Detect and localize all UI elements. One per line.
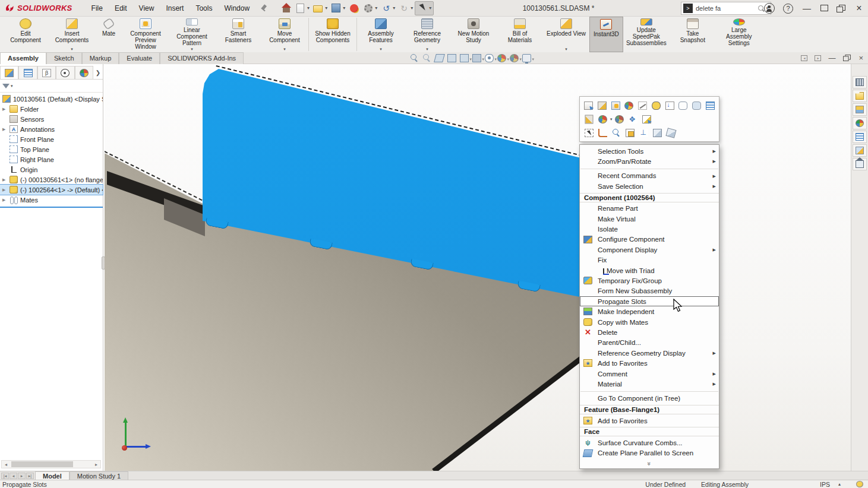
hide-show-items-icon[interactable]: ▾ <box>485 54 494 62</box>
new-document-button[interactable]: ▾ <box>293 1 311 15</box>
copy-appearance-button[interactable] <box>613 113 626 125</box>
isolate-button[interactable] <box>623 126 636 139</box>
save-button[interactable]: ▾ <box>329 1 347 15</box>
menu-make-independent[interactable]: Make Independent <box>580 306 719 316</box>
menu-parent-child[interactable]: Parent/Child... <box>580 338 719 348</box>
units-selector[interactable]: IPS <box>820 481 838 488</box>
previous-view-icon[interactable] <box>434 54 445 62</box>
menu-selection-tools[interactable]: Selection Tools▶ <box>580 146 719 156</box>
ribbon-exploded-view[interactable]: Exploded View▾ <box>543 17 589 52</box>
expand-arrow-icon[interactable]: ▶ <box>2 127 10 132</box>
ribbon-insert-components[interactable]: Insert Components▾ <box>49 17 95 52</box>
menu-component-display[interactable]: Component Display▶ <box>580 245 719 255</box>
menu-edit[interactable]: Edit <box>109 1 133 15</box>
menu-move-with-triad[interactable]: Move with Triad <box>580 265 719 275</box>
menu-expand-button[interactable]: » <box>580 458 719 467</box>
first-tab-icon[interactable]: |◂ <box>1 473 9 479</box>
tree-item-part-1002564[interactable]: ▶(-) 1002564<1> -> (Default) <<De <box>0 185 103 195</box>
options-button[interactable]: ▾ <box>361 1 379 15</box>
menu-tools[interactable]: Tools <box>190 1 218 15</box>
expand-arrow-icon[interactable]: ▶ <box>2 107 10 112</box>
home-button[interactable] <box>279 1 293 15</box>
solidworks-resources-button[interactable] <box>853 76 867 88</box>
panel-split-bar[interactable] <box>0 207 103 208</box>
tab-markup[interactable]: Markup <box>82 52 119 64</box>
scroll-right-icon[interactable]: ▸ <box>92 462 100 467</box>
tree-item-folder[interactable]: ▶Folder <box>0 104 103 114</box>
edit-mates-button[interactable] <box>690 99 703 112</box>
menu-window[interactable]: Window <box>218 1 255 15</box>
tab-dimxpertmanager[interactable] <box>56 66 74 79</box>
dropdown-icon[interactable]: ▾ <box>49 46 95 52</box>
tree-item-part-000130561[interactable]: ▶(-) 000130561<1> (no flange) <Di <box>0 175 103 185</box>
manager-expand-icon[interactable]: ❯ <box>93 66 103 79</box>
prev-tab-icon[interactable]: ◂ <box>10 473 17 479</box>
ribbon-new-motion-study[interactable]: New Motion Study <box>450 17 497 52</box>
display-state-button[interactable] <box>651 126 664 139</box>
apply-scene-icon[interactable]: ▾ <box>510 54 519 62</box>
next-tab-icon[interactable]: ▸ <box>18 473 26 479</box>
dropdown-icon[interactable]: ▾ <box>169 46 215 52</box>
tab-featuremanager[interactable] <box>0 66 18 79</box>
mate-button[interactable] <box>677 99 690 112</box>
tag-icon[interactable] <box>856 481 863 487</box>
dropdown-icon[interactable]: ▾ <box>261 46 308 52</box>
tab-evaluate[interactable]: Evaluate <box>119 52 160 64</box>
zoom-to-area-icon[interactable] <box>422 54 431 62</box>
ribbon-instant3d[interactable]: Instant3D <box>589 17 623 52</box>
appearance-button[interactable] <box>596 113 609 125</box>
tab-propertymanager[interactable] <box>18 66 37 79</box>
doc-restore-button[interactable] <box>844 55 851 61</box>
appearances-scenes-button[interactable] <box>853 117 867 129</box>
menu-rename-part[interactable]: Rename Part <box>580 204 719 214</box>
edit-appearance-icon[interactable]: ▾ <box>497 54 506 62</box>
pane-right-icon[interactable]: ▸ <box>815 55 821 61</box>
hide-component-button[interactable] <box>650 99 663 112</box>
units-caret-icon[interactable]: ▴ <box>838 481 841 487</box>
doc-minimize-button[interactable]: — <box>828 54 835 62</box>
custom-properties-button[interactable] <box>853 131 867 143</box>
tab-displaymanager[interactable] <box>75 66 93 79</box>
menu-recent-commands[interactable]: Recent Commands▶ <box>580 171 719 181</box>
tree-display-button[interactable] <box>703 99 717 112</box>
ribbon-reference-geometry[interactable]: Reference Geometry▾ <box>404 17 450 52</box>
file-explorer-button[interactable] <box>853 103 867 116</box>
view-palette-button[interactable] <box>853 144 867 157</box>
redo-button[interactable]: ↻▾ <box>397 1 415 15</box>
tree-item-top-plane[interactable]: Top Plane <box>0 144 103 154</box>
tree-item-mates[interactable]: ▶Mates <box>0 195 103 205</box>
ribbon-show-hidden-components[interactable]: Show Hidden Components <box>310 17 356 52</box>
open-button[interactable]: ▾ <box>311 1 329 15</box>
menu-reference-geometry-display[interactable]: Reference Geometry Display▶ <box>580 348 719 358</box>
tree-item-front-plane[interactable]: Front Plane <box>0 134 103 144</box>
search-box[interactable]: > ▾ <box>681 2 771 15</box>
tab-solidworks-addins[interactable]: SOLIDWORKS Add-Ins <box>160 52 244 64</box>
expand-arrow-icon[interactable]: ▶ <box>2 188 10 192</box>
tree-item-annotations[interactable]: ▶AAnnotations <box>0 124 103 134</box>
material-button[interactable] <box>640 113 654 125</box>
tree-filter[interactable]: ▾ <box>0 80 103 93</box>
span-displays-button[interactable] <box>820 5 828 12</box>
xpress-products-button[interactable] <box>347 1 361 15</box>
tree-item-origin[interactable]: Origin <box>0 164 103 175</box>
close-button[interactable]: × <box>854 3 864 14</box>
tab-motion-study-1[interactable]: Motion Study 1 <box>70 471 128 480</box>
tree-item-right-plane[interactable]: Right Plane <box>0 154 103 164</box>
menu-zoom-pan-rotate[interactable]: Zoom/Pan/Rotate▶ <box>580 156 719 166</box>
design-library-button[interactable] <box>853 90 867 102</box>
ribbon-smart-fasteners[interactable]: Smart Fasteners <box>215 17 261 52</box>
collapse-items-button[interactable] <box>596 126 609 139</box>
section-view-icon[interactable] <box>447 54 456 62</box>
menu-isolate[interactable]: Isolate <box>580 224 719 234</box>
filter-dropdown-icon[interactable]: ▾ <box>11 84 13 88</box>
menu-insert[interactable]: Insert <box>160 1 190 15</box>
float-button[interactable] <box>627 113 640 125</box>
account-icon[interactable] <box>764 3 775 14</box>
tab-configurationmanager[interactable]: β <box>37 66 56 79</box>
graphics-viewport[interactable] <box>105 64 851 471</box>
menu-add-to-favorites[interactable]: ★Add to Favorites <box>580 358 719 368</box>
magnified-selection-button[interactable] <box>623 99 636 112</box>
tree-root-assembly[interactable]: 100130561 (Default) <Display State-1> <box>0 94 103 104</box>
dropdown-icon[interactable]: ▾ <box>404 46 450 52</box>
normal-to-button[interactable] <box>637 126 650 139</box>
